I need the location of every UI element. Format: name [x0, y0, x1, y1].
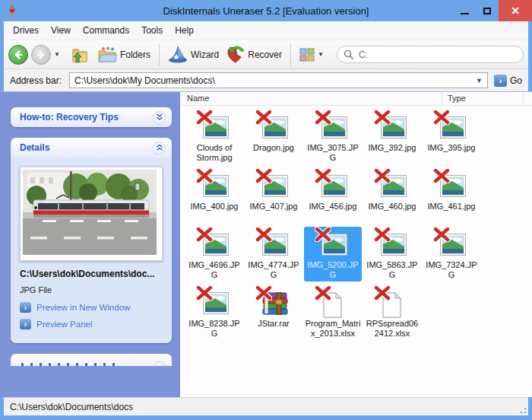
deleted-x-icon [374, 168, 391, 183]
preview-panel-link[interactable]: › Preview Panel [20, 319, 166, 329]
chevron-double-down-icon [156, 113, 163, 121]
file-name-label: IMG_4774.JPG [245, 260, 302, 280]
file-tile[interactable]: IMG_4774.JPG [245, 227, 302, 282]
back-button[interactable] [8, 45, 28, 65]
menu-help[interactable]: Help [169, 21, 200, 40]
file-tile[interactable]: IMG_456.jpg [304, 168, 362, 213]
file-icon-wrap [257, 170, 290, 200]
file-icon-wrap [435, 228, 468, 259]
recover-label: Recover [248, 49, 282, 60]
file-tile[interactable]: IMG_461.jpg [423, 168, 480, 213]
file-icon-wrap [257, 228, 290, 259]
search-input[interactable] [357, 49, 517, 61]
address-combo[interactable]: ▼ [69, 72, 488, 88]
app-window: DiskInternals Uneraser 5.2 [Evaluation v… [0, 0, 532, 420]
file-tile[interactable]: IMG_4696.JPG [185, 227, 243, 282]
file-icon-wrap [316, 170, 350, 200]
file-tile[interactable]: Program_Matrix_2013.xlsx [304, 285, 362, 340]
deleted-x-icon [196, 227, 213, 242]
wizard-button[interactable]: Wizard [164, 44, 223, 65]
file-area: Name Type Clouds of Storm.jpgDragon.jpgI… [180, 92, 532, 397]
file-name-label: IMG_5863.JPG [364, 260, 420, 280]
history-dropdown-caret[interactable]: ▼ [54, 51, 60, 58]
details-body: C:\Users\dok\Documents\doc... JPG File ›… [11, 158, 172, 343]
recovery-tips-header[interactable]: How-to: Recovery Tips [11, 107, 172, 127]
details-header[interactable]: Details [11, 138, 172, 158]
deleted-x-icon [315, 227, 331, 242]
file-name-label: JStar.rar [258, 319, 290, 329]
file-icon-wrap [375, 111, 409, 142]
views-button[interactable]: ▼ [296, 46, 331, 63]
forward-arrow-icon [35, 49, 47, 61]
preview-new-window-link[interactable]: › Preview in New Window [20, 302, 166, 313]
address-dropdown-icon[interactable]: ▼ [471, 77, 487, 84]
file-icon-wrap [435, 170, 468, 200]
preview-thumbnail[interactable] [20, 167, 163, 261]
selected-file-type: JPG File [20, 285, 164, 294]
tram-photo [23, 170, 157, 255]
address-bar-label: Address bar: [10, 75, 62, 86]
main-content: How-to: Recovery Tips Details [0, 91, 532, 397]
file-icon-wrap [198, 170, 231, 200]
deleted-x-icon [374, 227, 391, 242]
resize-grip-icon[interactable] [518, 405, 527, 414]
file-tile[interactable]: IMG_392.jpg [363, 110, 421, 154]
wizard-hat-icon [168, 46, 188, 64]
file-tile[interactable]: IMG_407.jpg [245, 168, 302, 213]
file-tile[interactable]: IMG_3075.JPG [304, 110, 362, 164]
go-arrow-icon[interactable]: › [494, 75, 507, 87]
file-name-label: RPSspread062412.xlsx [364, 319, 420, 339]
deleted-x-icon [433, 227, 450, 242]
file-tile[interactable]: Dragon.jpg [245, 110, 302, 154]
address-bar-row: Address bar: ▼ › Go [4, 69, 528, 91]
search-box[interactable] [337, 46, 524, 63]
file-name-label: Program_Matrix_2013.xlsx [305, 319, 361, 339]
recover-icon [226, 46, 245, 64]
file-name-label: IMG_7324.JPG [423, 260, 480, 280]
forward-button[interactable] [31, 45, 51, 65]
up-folder-button[interactable] [66, 44, 93, 65]
file-tile[interactable]: IMG_395.jpg [423, 110, 480, 154]
file-name-label: IMG_4696.JPG [186, 260, 242, 280]
column-header-type[interactable]: Type [448, 94, 466, 103]
deleted-x-icon [315, 285, 331, 301]
column-header-row: Name Type [180, 92, 532, 106]
deleted-x-icon [433, 168, 450, 183]
address-input[interactable] [70, 75, 471, 86]
file-tile[interactable]: IMG_8238.JPG [185, 285, 243, 340]
file-icon-wrap [375, 287, 409, 317]
expand-panel-button[interactable] [153, 111, 166, 124]
views-dropdown-caret[interactable]: ▼ [318, 51, 324, 58]
toolbar-separator [159, 43, 160, 66]
clipped-panel-chevron [154, 361, 166, 366]
file-tile[interactable]: Clouds of Storm.jpg [185, 110, 243, 164]
views-grid-icon [299, 48, 315, 62]
status-path-text: C:\Users\dok\Documents\docs [10, 402, 133, 412]
file-tile[interactable]: JStar.rar [245, 285, 302, 330]
menu-view[interactable]: View [45, 21, 77, 40]
file-name-label: IMG_392.jpg [369, 143, 416, 153]
menu-drives[interactable]: Drives [7, 21, 45, 40]
folders-button[interactable]: Folders [93, 45, 154, 65]
column-divider[interactable] [523, 92, 524, 105]
file-name-label: Clouds of Storm.jpg [186, 143, 242, 163]
file-tile[interactable]: RPSspread062412.xlsx [363, 285, 421, 340]
clipped-panel-header[interactable] [11, 354, 172, 366]
deleted-x-icon [315, 168, 331, 183]
file-name-label: IMG_8238.JPG [186, 319, 242, 339]
column-header-name[interactable]: Name [187, 94, 209, 103]
file-tile[interactable]: IMG_5200.JPG [304, 227, 362, 282]
recover-button[interactable]: Recover [223, 44, 286, 65]
deleted-x-icon [315, 110, 331, 125]
menu-commands[interactable]: Commands [77, 21, 135, 40]
file-tile[interactable]: IMG_7324.JPG [423, 227, 480, 282]
file-tile[interactable]: IMG_5863.JPG [363, 227, 421, 282]
go-button[interactable]: Go [510, 75, 522, 86]
file-tile[interactable]: IMG_400.jpg [185, 168, 243, 213]
collapse-panel-button[interactable] [153, 142, 166, 154]
details-title: Details [20, 142, 49, 153]
file-tile[interactable]: IMG_460.jpg [363, 168, 421, 213]
menu-tools[interactable]: Tools [135, 21, 169, 40]
recovery-tips-panel: How-to: Recovery Tips [11, 107, 172, 127]
column-divider[interactable] [442, 92, 442, 105]
